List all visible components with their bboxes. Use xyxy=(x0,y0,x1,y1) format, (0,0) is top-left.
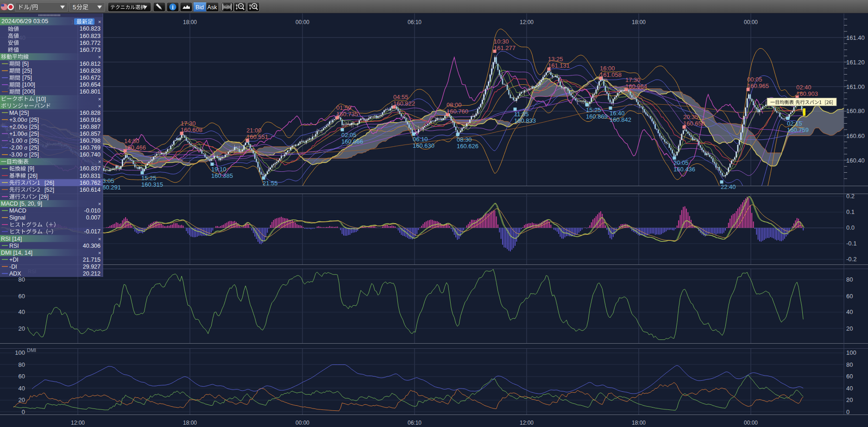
svg-text:0.0: 0.0 xyxy=(846,224,855,231)
svg-text:20: 20 xyxy=(19,396,25,403)
svg-text:06:10: 06:10 xyxy=(408,19,421,25)
svg-text:×: × xyxy=(98,103,101,109)
svg-text:160.842: 160.842 xyxy=(610,116,631,123)
svg-text:160.833: 160.833 xyxy=(514,117,536,124)
svg-text:00:00: 00:00 xyxy=(296,19,309,25)
svg-text:[25]: [25] xyxy=(29,124,39,130)
svg-text:×: × xyxy=(98,236,101,242)
svg-text:×: × xyxy=(98,159,101,164)
svg-text:02:40: 02:40 xyxy=(796,84,811,91)
svg-text:RSI [14]: RSI [14] xyxy=(1,236,22,242)
svg-text:160.385: 160.385 xyxy=(211,172,233,179)
svg-text:MACD: MACD xyxy=(9,207,26,214)
svg-text:160.869: 160.869 xyxy=(586,113,608,120)
svg-text:160.630: 160.630 xyxy=(413,142,434,149)
svg-text:60: 60 xyxy=(846,373,853,380)
svg-text:-0.017: -0.017 xyxy=(84,228,101,235)
svg-text:160.60: 160.60 xyxy=(846,132,865,139)
svg-text:DMI: DMI xyxy=(27,347,36,353)
svg-text:×: × xyxy=(98,250,101,256)
svg-text:160.823: 160.823 xyxy=(80,25,101,32)
svg-text:160.887: 160.887 xyxy=(80,124,101,130)
svg-text:40: 40 xyxy=(19,308,25,315)
svg-text:160.822: 160.822 xyxy=(393,100,415,107)
svg-text:+3.00: +3.00 xyxy=(9,117,24,123)
svg-text:15:25: 15:25 xyxy=(141,175,157,182)
svg-text:80: 80 xyxy=(846,361,853,368)
svg-text:160.80: 160.80 xyxy=(846,107,865,114)
svg-text:-2.00: -2.00 xyxy=(9,144,23,151)
svg-text:RSI: RSI xyxy=(9,243,19,249)
svg-text:160.666: 160.666 xyxy=(341,138,363,145)
svg-text:100: 100 xyxy=(15,349,25,356)
svg-text:160.40: 160.40 xyxy=(846,157,865,164)
svg-text:Signal: Signal xyxy=(9,214,25,221)
svg-text:[25]: [25] xyxy=(29,144,39,151)
svg-text:160.466: 160.466 xyxy=(124,144,146,151)
svg-text:160.812: 160.812 xyxy=(80,61,101,67)
svg-text:13:25: 13:25 xyxy=(548,56,563,63)
svg-text:18:00: 18:00 xyxy=(183,420,197,426)
svg-text:160.551: 160.551 xyxy=(246,133,268,140)
svg-text:160.659: 160.659 xyxy=(683,120,705,127)
svg-text:×: × xyxy=(98,201,101,207)
svg-text:161.40: 161.40 xyxy=(846,34,865,41)
svg-text:100: 100 xyxy=(846,349,856,356)
svg-text:+2.00: +2.00 xyxy=(9,124,24,130)
svg-text:160.760: 160.760 xyxy=(447,108,468,115)
svg-text:16:40: 16:40 xyxy=(610,110,625,117)
svg-text:160.740: 160.740 xyxy=(80,151,101,158)
svg-text:[25]: [25] xyxy=(29,131,39,137)
svg-text:160.916: 160.916 xyxy=(80,117,101,123)
svg-text:20: 20 xyxy=(19,325,25,332)
svg-text:[52]: [52] xyxy=(44,187,54,193)
svg-text:-0.010: -0.010 xyxy=(84,207,101,214)
svg-text:0.1: 0.1 xyxy=(846,208,855,215)
svg-text:i: i xyxy=(172,4,173,11)
svg-text:160.964: 160.964 xyxy=(625,83,647,90)
svg-text:-0.1: -0.1 xyxy=(846,240,856,247)
svg-text:0: 0 xyxy=(22,408,25,415)
svg-text:11:35: 11:35 xyxy=(514,111,529,118)
svg-text:160.823: 160.823 xyxy=(80,33,101,39)
svg-text:160.608: 160.608 xyxy=(181,126,202,133)
svg-text:20:35: 20:35 xyxy=(683,113,698,120)
svg-text:15:25: 15:25 xyxy=(586,107,601,113)
svg-text:[100]: [100] xyxy=(22,82,35,88)
svg-text:[26]: [26] xyxy=(39,194,49,200)
svg-text:17:30: 17:30 xyxy=(181,120,196,127)
svg-text:00:00: 00:00 xyxy=(744,420,758,426)
svg-text:08:00: 08:00 xyxy=(447,101,462,108)
svg-text:[26]: [26] xyxy=(28,173,38,179)
svg-text:12:00: 12:00 xyxy=(520,19,534,25)
svg-text:[25]: [25] xyxy=(29,138,39,144)
svg-text:DMI [14, 14]: DMI [14, 14] xyxy=(1,250,32,256)
svg-text:160.735: 160.735 xyxy=(336,111,358,118)
svg-text:160.626: 160.626 xyxy=(457,143,478,150)
svg-text:[9]: [9] xyxy=(28,165,34,172)
svg-text:×: × xyxy=(98,19,101,25)
svg-text:160.903: 160.903 xyxy=(796,90,818,97)
svg-text:160.759: 160.759 xyxy=(787,126,809,133)
svg-text:160.798: 160.798 xyxy=(80,138,101,144)
svg-text:160.857: 160.857 xyxy=(80,131,101,137)
svg-text:40: 40 xyxy=(846,308,853,315)
svg-text:160.436: 160.436 xyxy=(673,166,695,173)
svg-text:21:00: 21:00 xyxy=(246,127,262,134)
svg-text:160.831: 160.831 xyxy=(80,173,101,179)
svg-text:-0.2: -0.2 xyxy=(846,256,856,263)
svg-text:+1.00: +1.00 xyxy=(9,131,24,137)
svg-text:160.801: 160.801 xyxy=(80,88,101,95)
svg-text:18:00: 18:00 xyxy=(632,420,646,426)
svg-text:160.769: 160.769 xyxy=(80,144,101,151)
svg-text:29.927: 29.927 xyxy=(83,264,101,270)
svg-text:22:40: 22:40 xyxy=(721,183,736,190)
svg-text:40.306: 40.306 xyxy=(83,243,101,249)
svg-text:MA [25]: MA [25] xyxy=(9,110,29,116)
svg-text:161.058: 161.058 xyxy=(600,71,622,78)
svg-text:Bid: Bid xyxy=(195,4,204,11)
svg-text:160.772: 160.772 xyxy=(80,40,101,46)
svg-text:12:00: 12:00 xyxy=(520,420,534,426)
svg-text:06:10: 06:10 xyxy=(408,420,421,426)
svg-text:20:05: 20:05 xyxy=(673,159,689,166)
